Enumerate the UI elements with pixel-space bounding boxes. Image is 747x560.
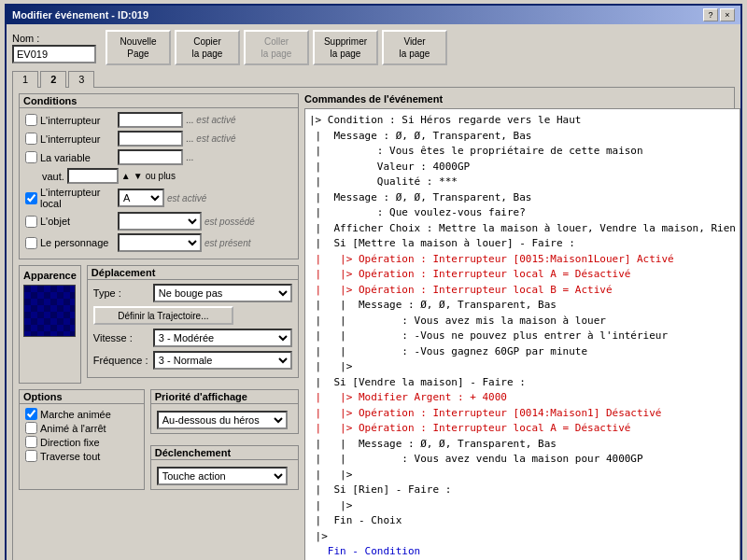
cmd-line-10: | |> Opération : Interrupteur local A = … <box>309 267 736 283</box>
declenchement-title: Déclenchement <box>151 446 298 460</box>
apparence-canvas[interactable] <box>23 285 76 337</box>
cmd-line-5: | Message : Ø, Ø, Transparent, Bas <box>309 190 736 206</box>
close-button[interactable]: × <box>720 8 735 21</box>
spinner-up[interactable]: ▲ <box>121 171 131 181</box>
coller-page-button[interactable]: Collerla page <box>244 30 309 65</box>
dep-type-select[interactable]: Ne bouge pas Aléatoire Va-et-vient Pours… <box>153 284 292 302</box>
apparence-section: Apparence <box>19 265 81 384</box>
cmd-line-27: |> <box>309 529 736 545</box>
app-dep-row: Apparence Déplacement Type : Ne bo <box>19 265 299 384</box>
dep-type-row: Type : Ne bouge pas Aléatoire Va-et-vien… <box>93 284 292 302</box>
condition-check-objet[interactable] <box>25 216 37 228</box>
objet-select[interactable] <box>118 212 202 231</box>
cmd-line-24: | Si [Rien] - Faire : <box>309 483 736 498</box>
definir-trajectoire-button[interactable]: Définir la Trajectoire... <box>93 306 233 325</box>
name-label: Nom : <box>12 33 96 44</box>
condition-status-local: est activé <box>167 193 206 203</box>
interrupteur-local-select[interactable]: A B C <box>118 189 164 207</box>
condition-check-local[interactable] <box>25 192 37 204</box>
deplacement-title: Déplacement <box>88 266 298 280</box>
opt-label-3: Direction fixe <box>40 437 100 448</box>
spinner-down[interactable]: ▼ <box>134 171 143 181</box>
supprimer-page-button[interactable]: Supprimerla page <box>313 30 378 65</box>
tab-3[interactable]: 3 <box>68 71 94 88</box>
definir-btn-row: Définir la Trajectoire... <box>93 306 292 325</box>
vaut-input[interactable] <box>67 168 119 184</box>
condition-check-2[interactable] <box>25 133 37 145</box>
opt-check-4[interactable] <box>25 450 37 462</box>
dep-vitesse-select[interactable]: 1 - Très lente 2 - Lente 3 - Modérée 4 -… <box>153 329 292 347</box>
cmd-line-8: | Si [Mettre la maison à louer] - Faire … <box>309 236 736 252</box>
opt-check-2[interactable] <box>25 422 37 434</box>
condition-dots-2: ... <box>186 133 193 144</box>
cmd-line-7: | Afficher Choix : Mettre la maison à lo… <box>309 221 736 237</box>
condition-row-personnage: Le personnage est présent <box>25 233 292 252</box>
condition-status-personnage: est présent <box>204 238 250 248</box>
condition-check-3[interactable] <box>25 151 37 163</box>
opt-check-3[interactable] <box>25 436 37 448</box>
condition-row-1: L'interrupteur ... est activé <box>25 112 292 128</box>
cmd-line-21: | | Message : Ø, Ø, Transparent, Bas <box>309 437 736 453</box>
condition-dots-3: ... <box>186 152 193 162</box>
personnage-select[interactable] <box>118 233 202 252</box>
help-button[interactable]: ? <box>703 8 718 21</box>
cmd-line-22: | | : Vous avez vendu la maison pour 400… <box>309 452 736 468</box>
priorite-title: Priorité d'affichage <box>151 390 298 404</box>
options-title: Options <box>20 390 144 404</box>
condition-field-1[interactable] <box>118 112 183 128</box>
dep-frequence-select[interactable]: 1 - Très basse 2 - Basse 3 - Normale 4 -… <box>153 351 292 370</box>
tab-2[interactable]: 2 <box>40 71 66 88</box>
tab-bar: 1 2 3 <box>12 71 735 88</box>
priorite-content: En-dessous de tout Au-dessous du héros M… <box>151 404 298 433</box>
dep-vitesse-label: Vitesse : <box>93 332 149 343</box>
prio-decl-column: Priorité d'affichage En-dessous de tout … <box>150 389 299 496</box>
nouvelle-page-button[interactable]: NouvellePage <box>106 30 171 65</box>
vider-page-button[interactable]: Viderla page <box>382 30 447 65</box>
opt-row-4: Traverse tout <box>25 450 138 462</box>
cmd-line-3: | Valeur : 4000GP <box>309 160 736 175</box>
cmd-line-11: | |> Opération : Interrupteur local B = … <box>309 283 736 299</box>
deplacement-section: Déplacement Type : Ne bouge pas Aléatoir… <box>87 265 299 378</box>
event-commands-panel[interactable]: |> Condition : Si Héros regarde vers le … <box>304 108 740 560</box>
opt-row-3: Direction fixe <box>25 436 138 448</box>
cmd-line-4: | Qualité : *** <box>309 175 736 190</box>
opt-check-1[interactable] <box>25 408 37 420</box>
declenchement-select[interactable]: Touche action Contact avec le héros Cont… <box>157 467 288 485</box>
cmd-line-12: | | Message : Ø, Ø, Transparent, Bas <box>309 298 736 314</box>
condition-row-3: La variable ... <box>25 149 292 165</box>
top-row: Nom : NouvellePage Copierla page Collerl… <box>12 30 735 65</box>
cmd-line-2: | : Vous êtes le propriétaire de cette m… <box>309 144 736 160</box>
cmd-line-19: | |> Opération : Interrupteur [0014:Mais… <box>309 406 736 422</box>
condition-status-2: est activé <box>196 133 235 144</box>
cmd-line-23: | |> <box>309 468 736 483</box>
condition-field-2[interactable] <box>118 131 183 147</box>
options-prio-decl-row: Options Marche animée Animé à l'arrêt <box>19 389 299 496</box>
condition-row-local: L'interrupteur local A B C est activé <box>25 187 292 209</box>
declenchement-section: Déclenchement Touche action Contact avec… <box>150 445 299 490</box>
condition-check-1[interactable] <box>25 114 37 126</box>
main-content: Conditions L'interrupteur ... est activé <box>12 87 735 560</box>
tab-1[interactable]: 1 <box>12 71 38 88</box>
cmd-line-0: |> Condition : Si Héros regarde vers le … <box>309 113 736 129</box>
conditions-title: Conditions <box>20 94 298 108</box>
opt-row-1: Marche animée <box>25 408 138 420</box>
cmd-line-18: | |> Modifier Argent : + 4000 <box>309 390 736 406</box>
vaut-label: vaut. <box>42 171 64 182</box>
cmd-line-13: | | : Vous avez mis la maison à louer <box>309 314 736 329</box>
condition-field-3[interactable] <box>118 149 183 165</box>
ou-plus-label: ou plus <box>146 171 176 181</box>
condition-label-objet: L'objet <box>40 216 115 227</box>
dep-type-label: Type : <box>93 287 149 299</box>
cmd-line-20: | |> Opération : Interrupteur local A = … <box>309 421 736 437</box>
opt-label-4: Traverse tout <box>40 451 100 462</box>
cmd-line-15: | | : -Vous gagnez 60GP par minute <box>309 344 736 360</box>
cmd-line-16: | |> <box>309 359 736 375</box>
priorite-select[interactable]: En-dessous de tout Au-dessous du héros M… <box>157 411 288 429</box>
cmd-line-26: | Fin - Choix <box>309 513 736 529</box>
deplacement-content: Type : Ne bouge pas Aléatoire Va-et-vien… <box>88 280 298 377</box>
title-bar: Modifier événement - ID:019 ? × <box>7 6 740 24</box>
condition-check-personnage[interactable] <box>25 237 37 249</box>
copier-page-button[interactable]: Copierla page <box>175 30 240 65</box>
options-content: Marche animée Animé à l'arrêt Direction … <box>20 404 144 468</box>
name-input[interactable] <box>12 45 96 63</box>
